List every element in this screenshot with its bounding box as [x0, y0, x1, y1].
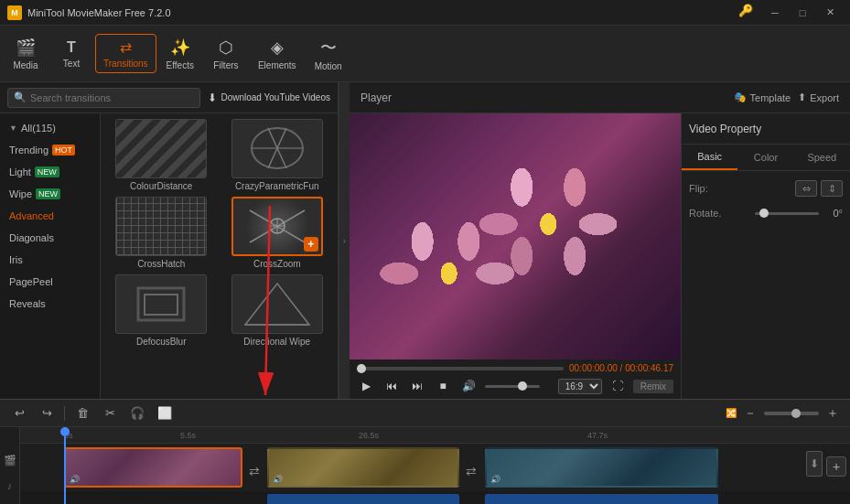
download-youtube-button[interactable]: ⬇ Download YouTube Videos	[208, 91, 330, 104]
transition-icon-2[interactable]: ⇄	[461, 451, 481, 491]
playback-controls: ▶ ⏮ ⏭ ■ 🔊 16:9 ⛶ Remix	[357, 377, 673, 395]
transitions-label: Transitions	[103, 59, 148, 69]
toolbar-transitions[interactable]: ⇄ Transitions	[95, 34, 156, 73]
zoom-track[interactable]	[764, 412, 819, 415]
flip-label: Flip:	[689, 183, 708, 194]
category-light[interactable]: Light NEW	[0, 161, 100, 183]
add-clip-button[interactable]: +	[826, 456, 846, 477]
video-clip-1[interactable]: 🔊	[64, 447, 242, 488]
download-label: Download YouTube Videos	[221, 92, 330, 102]
transition-directionalwipe[interactable]: Directional Wipe	[222, 274, 333, 347]
aspect-ratio-select[interactable]: 16:9	[558, 379, 602, 394]
clip2-frames	[269, 449, 457, 486]
progress-bar-container: 00:00:00.00 / 00:00:46.17	[357, 363, 673, 373]
transitions-icon: ⇄	[120, 38, 132, 56]
category-iris[interactable]: Iris	[0, 249, 100, 271]
tab-basic[interactable]: Basic	[682, 145, 737, 170]
export-icon: ⬆	[798, 91, 806, 103]
transition-icon-1[interactable]: ⇄	[244, 451, 264, 491]
next-frame-button[interactable]: ⏭	[408, 377, 426, 395]
player-header: Player 🎭 Template ⬆ Export	[350, 82, 850, 113]
zoom-out-button[interactable]: －	[742, 405, 759, 422]
progress-dot[interactable]	[357, 364, 366, 373]
zoom-thumb[interactable]	[791, 409, 801, 418]
flip-horizontal-button[interactable]: ⇔	[795, 180, 817, 197]
category-pagepeel[interactable]: PagePeel	[0, 271, 100, 293]
filters-icon: ⬡	[219, 38, 233, 58]
zoom-in-button[interactable]: ＋	[824, 405, 841, 422]
maximize-button[interactable]: □	[790, 4, 815, 22]
expand-handle[interactable]: ›	[339, 82, 350, 399]
redo-button[interactable]: ↪	[37, 403, 57, 424]
timeline-tracks: 0s 5.5s 26.5s 47.7s 🔊 ⇄	[20, 427, 850, 504]
audio-button[interactable]: 🎧	[127, 403, 147, 424]
audio-track	[20, 491, 850, 504]
timeline-playhead[interactable]	[64, 427, 66, 504]
transition-colordistance-thumb	[115, 119, 207, 178]
defocusblur-svg	[124, 279, 198, 329]
toolbar-text[interactable]: T Text	[49, 35, 93, 73]
play-button[interactable]: ▶	[357, 377, 375, 395]
crop-button[interactable]: ⬜	[155, 403, 175, 424]
volume-button[interactable]: 🔊	[459, 377, 478, 395]
expand-icon: ▼	[9, 123, 17, 133]
ruler-mark-5s: 5.5s	[180, 431, 196, 440]
toolbar-motion[interactable]: 〜 Motion	[307, 32, 350, 76]
export-button[interactable]: ⬆ Export	[798, 91, 839, 103]
toolbar-filters[interactable]: ⬡ Filters	[204, 33, 248, 75]
search-box[interactable]: 🔍	[7, 88, 200, 108]
volume-thumb[interactable]	[518, 381, 527, 391]
category-advanced[interactable]: Advanced	[0, 205, 100, 227]
undo-button[interactable]: ↩	[9, 403, 29, 424]
cut-button[interactable]: ✂	[100, 403, 120, 424]
search-input[interactable]	[30, 92, 194, 103]
crosszoom-svg	[241, 201, 314, 252]
transition-crazyparam[interactable]: CrazyParametricFun	[222, 119, 333, 191]
stop-button[interactable]: ■	[434, 377, 452, 395]
tab-speed[interactable]: Speed	[794, 145, 850, 170]
category-wipe[interactable]: Wipe NEW	[0, 183, 100, 205]
prev-frame-button[interactable]: ⏮	[382, 377, 401, 395]
volume-slider[interactable]	[485, 385, 540, 388]
progress-track[interactable]	[357, 367, 564, 370]
download-clip-button[interactable]: ⬇	[806, 451, 823, 477]
category-diagonals[interactable]: Diagonals	[0, 227, 100, 249]
flip-vertical-button[interactable]: ⇕	[821, 180, 843, 197]
transition-crosszoom[interactable]: + CrossZoom	[222, 197, 333, 269]
transition-colordistance-label: ColourDistance	[130, 181, 192, 191]
video-property-header: Video Property	[682, 113, 850, 145]
template-button[interactable]: 🎭 Template	[734, 91, 791, 103]
remix-button[interactable]: Remix	[633, 380, 673, 393]
fullscreen-button[interactable]: ⛶	[609, 378, 626, 394]
delete-button[interactable]: 🗑	[72, 403, 92, 424]
transitions-grid: ColourDistance CrazyParametricFun	[101, 113, 338, 399]
tab-color[interactable]: Color	[737, 145, 793, 170]
video-property-panel: Video Property Basic Color Speed Flip: ⇔…	[681, 113, 850, 399]
toolbar-effects[interactable]: ✨ Effects	[158, 33, 202, 75]
split-audio-icon: 🔀	[726, 408, 737, 418]
rotate-label: Rotate.	[689, 208, 721, 219]
clip1-frames	[66, 449, 241, 486]
player-title: Player	[360, 91, 392, 104]
category-trending[interactable]: Trending HOT	[0, 139, 100, 161]
elements-icon: ◈	[271, 38, 284, 58]
category-all[interactable]: ▼ All(115)	[0, 117, 100, 139]
flip-controls: ⇔ ⇕	[795, 180, 843, 197]
toolbar-elements[interactable]: ◈ Elements	[250, 33, 305, 75]
video-property-content: Flip: ⇔ ⇕ Rotate. 0°	[682, 171, 850, 399]
key-icon: 🔑	[738, 4, 753, 22]
filters-label: Filters	[213, 60, 238, 70]
video-property-title: Video Property	[689, 123, 761, 135]
category-reveals[interactable]: Reveals	[0, 293, 100, 315]
transition-crosshatch[interactable]: CrossHatch	[106, 197, 217, 269]
rotate-track[interactable]	[755, 212, 819, 215]
transition-defocusblur[interactable]: DefocusBlur	[106, 274, 217, 347]
transition-colordistance[interactable]: ColourDistance	[106, 119, 217, 191]
video-clip-3[interactable]: 🔊	[485, 447, 718, 488]
minimize-button[interactable]: ─	[762, 4, 788, 22]
toolbar-media[interactable]: 🎬 Media	[4, 33, 48, 75]
text-label: Text	[63, 59, 80, 69]
video-clip-2[interactable]: 🔊	[267, 447, 459, 488]
close-button[interactable]: ✕	[817, 4, 843, 22]
rotate-thumb[interactable]	[759, 209, 769, 218]
